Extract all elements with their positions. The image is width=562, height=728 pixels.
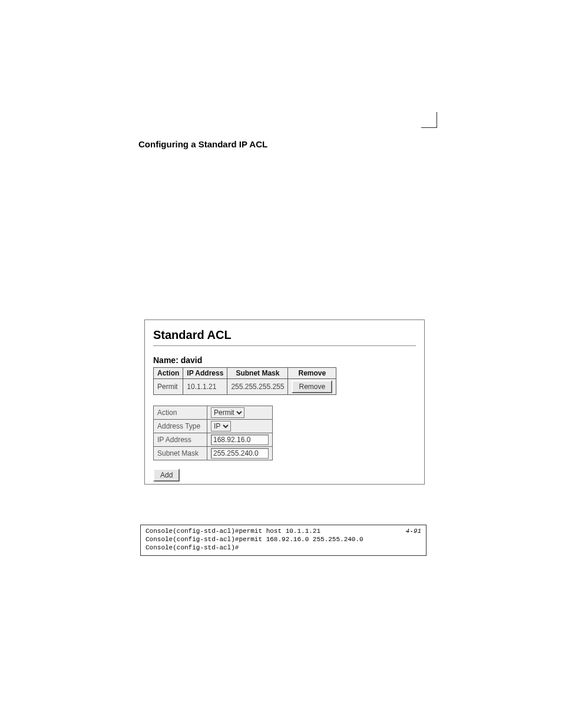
cli-output: 4-91Console(config-std-acl)#permit host …: [140, 525, 427, 556]
page: Configuring a Standard IP ACL Standard A…: [0, 0, 562, 728]
cell-mask: 255.255.255.255: [227, 379, 288, 395]
standard-acl-panel: Standard ACL Name: david Action IP Addre…: [144, 319, 425, 485]
col-ip: IP Address: [183, 368, 227, 379]
panel-divider: [153, 345, 416, 346]
field-subnet-mask: [207, 447, 273, 460]
cell-remove: Remove: [288, 379, 336, 395]
remove-button[interactable]: Remove: [292, 380, 332, 393]
action-select[interactable]: Permit: [211, 407, 244, 418]
label-ip-address: IP Address: [154, 433, 207, 447]
col-remove: Remove: [288, 368, 336, 379]
acl-name-value: david: [181, 355, 203, 365]
rules-table: Action IP Address Subnet Mask Remove Per…: [153, 367, 336, 395]
cli-line-2: Console(config-std-acl)#permit 168.92.16…: [146, 536, 363, 543]
table-header-row: Action IP Address Subnet Mask Remove: [154, 368, 336, 379]
crop-mark: [421, 112, 437, 128]
col-mask: Subnet Mask: [227, 368, 288, 379]
field-address-type: IP: [207, 420, 273, 433]
ip-address-input[interactable]: [211, 434, 269, 445]
table-row: Permit 10.1.1.21 255.255.255.255 Remove: [154, 379, 336, 395]
cli-reference: 4-91: [406, 528, 421, 536]
cli-line-3: Console(config-std-acl)#: [146, 544, 239, 551]
field-action: Permit: [207, 406, 273, 420]
label-subnet-mask: Subnet Mask: [154, 447, 207, 460]
panel-title: Standard ACL: [153, 328, 416, 342]
subnet-mask-input[interactable]: [211, 448, 269, 459]
cell-ip: 10.1.1.21: [183, 379, 227, 395]
add-button-wrap: Add: [153, 469, 416, 482]
cli-line-1: Console(config-std-acl)#permit host 10.1…: [146, 528, 320, 535]
col-action: Action: [154, 368, 183, 379]
label-action: Action: [154, 406, 207, 420]
add-button[interactable]: Add: [153, 469, 180, 482]
acl-name-label: Name:: [153, 355, 181, 365]
label-address-type: Address Type: [154, 420, 207, 433]
acl-name-line: Name: david: [153, 355, 416, 365]
address-type-select[interactable]: IP: [211, 421, 231, 431]
field-ip-address: [207, 433, 273, 447]
rule-form: Action Permit Address Type IP IP Address: [153, 406, 273, 460]
section-title: Configuring a Standard IP ACL: [138, 139, 267, 149]
cell-action: Permit: [154, 379, 183, 395]
